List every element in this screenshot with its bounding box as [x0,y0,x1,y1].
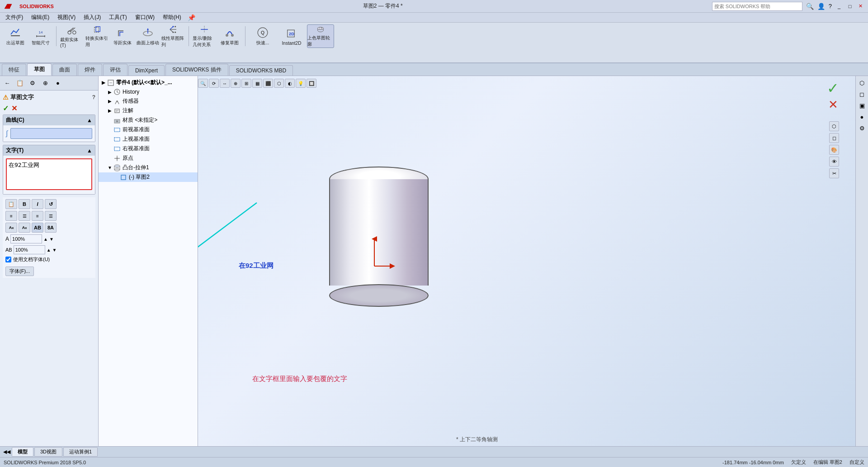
menu-window[interactable]: 窗口(W) [132,13,158,22]
viewport-checkmark[interactable]: ✓ [827,80,839,97]
style-narrow-button[interactable]: 8A [45,223,57,233]
menu-view[interactable]: 视图(V) [54,13,79,22]
size-spinner-2-up[interactable]: ▲ [47,248,51,253]
use-doc-font-checkbox[interactable] [5,257,11,262]
panel-render-button[interactable]: ● [52,78,63,89]
align-left-button[interactable]: ≡ [5,211,17,221]
help-icon[interactable]: ? [829,3,832,10]
draw-sketch-button[interactable]: 出运草图 [4,24,27,48]
search-input[interactable] [712,2,802,11]
align-right-button[interactable]: ≡ [32,211,43,221]
tab-motion[interactable]: 运动算例1 [63,447,98,457]
size-spinner-2-down[interactable]: ▼ [52,248,57,253]
tab-weld[interactable]: 焊件 [78,64,102,76]
cancel-button[interactable]: ✕ [11,104,17,113]
search-icon[interactable]: 🔍 [806,3,814,10]
panel-custom-button[interactable]: ⊕ [40,78,51,89]
paste-button[interactable]: 📋 [5,199,17,209]
tree-item-top-plane[interactable]: ▶ 上视基准面 [99,134,198,144]
subscript-button[interactable]: Ax [5,223,17,233]
ok-button[interactable]: ✓ [3,104,9,113]
view-tb-8[interactable]: ⬡ [274,79,284,88]
view-tb-6[interactable]: ▦ [252,79,262,88]
viewport-x-button[interactable]: ✕ [828,98,838,112]
tab-dimxpert[interactable]: DimXpert [128,65,165,76]
cut-solid-button[interactable]: 裁剪实体(T) [60,24,84,48]
menu-help[interactable]: 帮助(H) [159,13,185,22]
view-mode-icon[interactable]: ◻ [829,133,839,143]
bold-button[interactable]: B [19,199,30,209]
text-input[interactable]: 在92工业网 [6,158,92,190]
panel-config-button[interactable]: ⚙ [27,78,38,89]
tree-item-origin[interactable]: ▶ 原点 [99,153,198,163]
surface-button[interactable]: 曲面上移动 [136,24,160,48]
rotate-button[interactable]: ↺ [45,199,57,209]
minimize-button[interactable]: _ [835,3,843,10]
size-spinner-1-up[interactable]: ▲ [43,237,48,242]
repair-button[interactable]: 修复草图 [218,24,241,48]
show-hide-button[interactable]: 显示/删除几何关系 [193,24,216,48]
instant2d-button[interactable]: 2D Instant2D [278,24,305,48]
view-tb-10[interactable]: 💡 [296,79,306,88]
tree-item-annotations[interactable]: ▶ 注解 [99,106,198,115]
smart-dim-button[interactable]: 14 智能尺寸 [29,24,52,48]
align-center-button[interactable]: ☰ [19,211,30,221]
tab-sw-mbd[interactable]: SOLIDWORKS MBD [229,65,293,76]
view-tb-5[interactable]: ⊞ [241,79,251,88]
sketch-chamfer-button[interactable]: 上色 上色草图轮廓 [307,24,334,48]
pin-icon[interactable]: 📌 [188,14,195,21]
tree-root[interactable]: ▶ 零件4 (默认<<默认>_... [99,78,198,87]
menu-edit[interactable]: 编辑(E) [28,13,53,22]
view-tb-2[interactable]: ⟳ [209,79,219,88]
menu-file[interactable]: 文件(F) [2,13,27,22]
superscript-button[interactable]: Ax [19,223,30,233]
tree-item-right-plane[interactable]: ▶ 右视基准面 [99,144,198,153]
convert-entity-button[interactable]: 转换实体引用 [85,24,109,48]
tab-surface[interactable]: 曲面 [52,64,77,76]
align-justify-button[interactable]: ☰ [45,211,57,221]
right-icon-2[interactable]: ◻ [857,89,867,99]
italic-button[interactable]: I [32,199,43,209]
right-icon-1[interactable]: ⬡ [857,78,867,88]
curve-input[interactable] [10,128,92,139]
tree-item-sketch2[interactable]: ▶ (-) 草图2 [99,172,198,182]
view-tb-11[interactable]: 🔲 [307,79,316,88]
tab-sw-plugins[interactable]: SOLIDWORKS 插件 [165,64,228,76]
tab-scroll-left[interactable]: ◀◀ [2,449,12,455]
menu-tools[interactable]: 工具(T) [105,13,130,22]
menu-insert[interactable]: 插入(J) [80,13,104,22]
close-button[interactable]: ✕ [857,3,864,10]
tab-3d-view[interactable]: 3D视图 [34,447,62,457]
line-pattern-button[interactable]: 线性草图阵列 [161,24,185,48]
tree-item-front-plane[interactable]: ▶ 前视基准面 [99,125,198,134]
tree-item-sensors[interactable]: ▶ 传感器 [99,96,198,106]
font-size-input-1[interactable]: 100% [10,234,42,243]
font-button[interactable]: 字体(F)... [5,267,34,276]
3d-viewport[interactable]: ▶ 零件4 (默认<<默认>_... ▶ History ▶ [99,76,855,446]
view-hide-icon[interactable]: 👁 [829,157,839,167]
panel-properties-button[interactable]: 📋 [14,78,25,89]
view-tb-7[interactable]: ⬛ [263,79,273,88]
view-orient-icon[interactable]: ⬡ [829,121,839,131]
tree-item-boss-extrude[interactable]: ▼ 凸台-拉伸1 [99,163,198,172]
font-size-input-2[interactable]: 100% [14,245,45,254]
view-tb-9[interactable]: ◐ [285,79,295,88]
tab-feature[interactable]: 特征 [2,64,26,76]
tab-sketch[interactable]: 草图 [27,63,52,76]
view-color-icon[interactable]: 🎨 [829,145,839,155]
curve-section-header[interactable]: 曲线(C) ▲ [3,115,95,125]
view-tb-1[interactable]: 🔍 [198,79,208,88]
tree-item-history[interactable]: ▶ History [99,87,198,96]
style-normal-button[interactable]: AB [32,223,43,233]
tab-model[interactable]: 模型 [12,447,33,457]
tab-evaluate[interactable]: 评估 [103,64,127,76]
view-tb-4[interactable]: ⊕ [231,79,241,88]
quick-button[interactable]: Q 快速... [249,24,276,48]
view-section-icon[interactable]: ✂ [829,168,839,178]
tree-item-material[interactable]: ▶ M 材质 <未指定> [99,115,198,125]
panel-back-button[interactable]: ← [2,78,13,89]
panel-help-icon[interactable]: ? [92,94,95,100]
view-tb-3[interactable]: ↔ [220,79,230,88]
size-spinner-1-down[interactable]: ▼ [49,237,54,242]
right-icon-3[interactable]: ▣ [857,100,867,110]
